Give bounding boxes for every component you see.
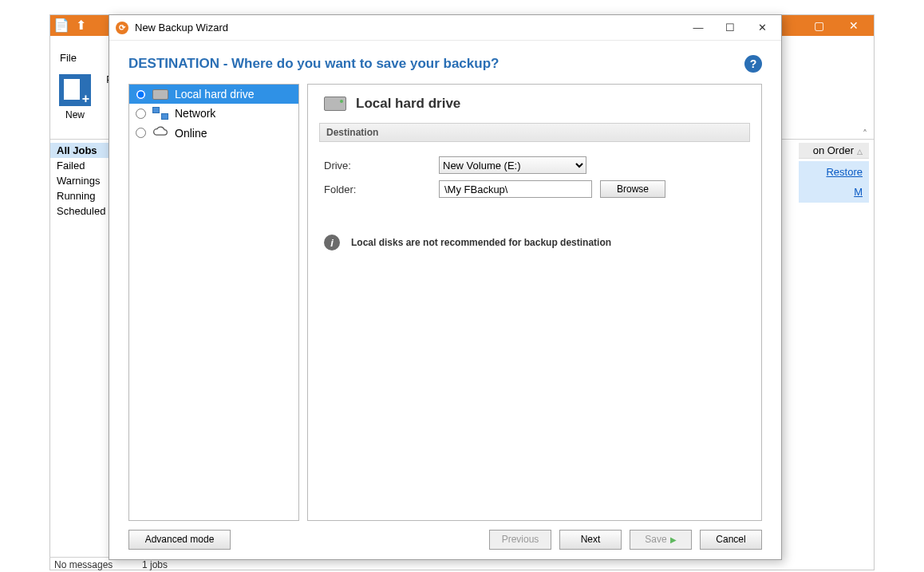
drive-label: Drive: [319, 160, 439, 172]
quick-access-toolbar: 📄 ⬆ [53, 18, 86, 33]
destination-option-network[interactable]: Network [129, 104, 298, 123]
dialog-minimize-button[interactable]: — [682, 17, 714, 39]
destination-radio-network[interactable] [136, 108, 146, 119]
job-row[interactable]: Restore M [799, 161, 869, 203]
destination-option-online[interactable]: Online [129, 123, 298, 143]
main-close-button[interactable]: ✕ [837, 17, 871, 34]
hard-drive-icon [324, 97, 346, 111]
dialog-body: DESTINATION - Where do you want to save … [109, 41, 781, 521]
info-message: Local disks are not recommended for back… [351, 237, 611, 248]
file-tab[interactable]: File [60, 52, 77, 64]
save-button[interactable]: Save▶ [630, 530, 692, 550]
dialog-title: New Backup Wizard [135, 22, 682, 34]
ribbon-new-button[interactable]: New [55, 74, 95, 120]
destination-option-label: Online [175, 127, 207, 140]
destination-option-local[interactable]: Local hard drive [129, 85, 298, 104]
previous-button[interactable]: Previous [489, 530, 551, 550]
destination-detail-panel: Local hard drive Destination Drive: New … [307, 84, 762, 521]
next-button[interactable]: Next [559, 530, 622, 550]
network-icon [152, 107, 168, 120]
folder-input[interactable] [439, 180, 592, 198]
new-backup-wizard-dialog: ⟳ New Backup Wizard — ☐ ✕ DESTINATION - … [109, 14, 782, 560]
destination-radio-local[interactable] [136, 89, 146, 100]
help-icon[interactable]: ? [744, 55, 762, 73]
drive-select[interactable]: New Volume (E:) [439, 156, 586, 174]
cancel-button[interactable]: Cancel [700, 530, 762, 550]
cloud-icon [152, 126, 168, 140]
time-link[interactable]: M [854, 186, 863, 198]
destination-option-label: Network [175, 107, 215, 120]
dialog-close-button[interactable]: ✕ [746, 17, 778, 39]
new-file-icon[interactable]: 📄 [53, 18, 69, 33]
sort-asc-icon: △ [857, 148, 863, 156]
column-header-on-order[interactable]: on Order△ [799, 143, 869, 159]
column-header-label: on Order [813, 144, 854, 156]
destination-type-list: Local hard drive Network Online [128, 84, 299, 521]
app-icon: ⟳ [116, 22, 128, 34]
up-arrow-icon[interactable]: ⬆ [76, 18, 86, 33]
restore-link[interactable]: Restore [826, 166, 863, 178]
destination-option-label: Local hard drive [175, 88, 255, 101]
destination-radio-online[interactable] [136, 128, 146, 138]
browse-button[interactable]: Browse [600, 180, 665, 198]
chevron-right-icon: ▶ [670, 535, 677, 544]
info-icon: i [324, 235, 340, 250]
wizard-step-heading: DESTINATION - Where do you want to save … [128, 56, 499, 72]
save-button-label: Save [645, 534, 666, 545]
main-maximize-button[interactable]: ▢ [802, 17, 835, 34]
dialog-footer: Advanced mode Previous Next Save▶ Cancel [109, 521, 781, 559]
hard-drive-icon [152, 89, 168, 100]
dialog-titlebar[interactable]: ⟳ New Backup Wizard — ☐ ✕ [109, 15, 781, 41]
ribbon-collapse-icon[interactable]: ˄ [863, 128, 867, 140]
dialog-maximize-button[interactable]: ☐ [714, 17, 746, 39]
section-header-destination: Destination [319, 123, 750, 142]
new-document-icon [59, 74, 91, 106]
destination-panel-title: Local hard drive [356, 96, 460, 112]
advanced-mode-button[interactable]: Advanced mode [128, 530, 231, 550]
folder-label: Folder: [319, 183, 439, 195]
ribbon-new-label: New [55, 109, 95, 120]
